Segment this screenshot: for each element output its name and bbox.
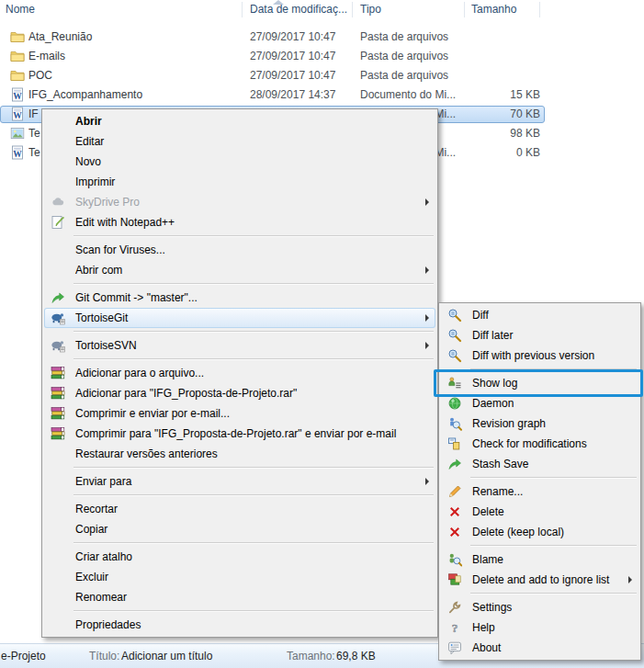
column-separator[interactable] xyxy=(352,2,353,17)
menu-item-diff-with-previous-version[interactable]: Diff with previous version xyxy=(441,345,638,366)
menu-item-abrir[interactable]: Abrir xyxy=(44,111,435,131)
submenu-arrow-icon xyxy=(425,198,429,206)
menu-item-renomear[interactable]: Renomear xyxy=(44,587,435,607)
menu-item-copiar[interactable]: Copiar xyxy=(44,519,435,539)
blame-icon xyxy=(445,552,465,567)
folder-icon xyxy=(10,49,25,63)
file-list-header: Nome Data de modificaç... Tipo Tamanho xyxy=(0,0,644,19)
menu-item-stash-save[interactable]: Stash Save xyxy=(441,454,638,474)
column-header-tamanho[interactable]: Tamanho xyxy=(471,0,537,19)
column-separator[interactable] xyxy=(242,2,243,17)
no-icon xyxy=(48,570,68,584)
file-type: Pasta de arquivos xyxy=(360,28,463,47)
file-row-e-mails[interactable]: E-mails27/09/2017 10:47Pasta de arquivos xyxy=(0,47,644,66)
winrar-icon xyxy=(48,366,68,380)
file-size xyxy=(459,47,540,66)
column-header-data[interactable]: Data de modificaç... xyxy=(250,0,346,19)
menu-item-show-log[interactable]: Show log xyxy=(441,373,638,393)
file-date: 27/09/2017 10:47 xyxy=(250,28,349,47)
menu-item-abrir-com[interactable]: Abrir com xyxy=(44,260,435,280)
menu-item-label: Editar xyxy=(75,135,423,148)
menu-item-label: Restaurar versões anteriores xyxy=(75,447,423,460)
file-name: Ata_Reunião xyxy=(28,28,240,47)
menu-item-git-commit-master[interactable]: Git Commit -> "master"... xyxy=(44,288,435,308)
no-icon xyxy=(48,134,68,149)
menu-item-label: Recortar xyxy=(75,503,423,515)
menu-item-label: Delete and add to ignore list xyxy=(472,573,626,586)
menu-item-skydrive-pro[interactable]: SkyDrive Pro xyxy=(44,192,435,212)
file-size: 98 KB xyxy=(459,124,540,143)
menu-item-comprimir-para-ifg-proposta-de-projeto-r[interactable]: Comprimir para "IFG_Proposta-de-Projeto.… xyxy=(44,424,435,444)
menu-item-scan-for-viruses[interactable]: Scan for Viruses... xyxy=(44,240,435,260)
file-size xyxy=(459,28,540,47)
menu-item-tortoisesvn[interactable]: TortoiseSVN xyxy=(44,335,435,356)
file-size: 15 KB xyxy=(459,85,540,105)
menu-separator xyxy=(470,545,637,546)
menu-item-adicionar-para-o-arquivo[interactable]: Adicionar para o arquivo... xyxy=(44,363,435,383)
menu-item-label: Rename... xyxy=(472,485,626,498)
context-menu: AbrirEditarNovoImprimirSkyDrive ProEdit … xyxy=(41,108,438,638)
menu-separator xyxy=(73,283,434,284)
menu-item-comprimir-e-enviar-por-e-mail[interactable]: Comprimir e enviar por e-mail... xyxy=(44,403,435,424)
svg-text:W: W xyxy=(13,150,22,159)
word-doc-icon: W xyxy=(10,145,25,160)
no-icon xyxy=(48,175,68,189)
file-row-ata-reuni-o[interactable]: Ata_Reunião27/09/2017 10:47Pasta de arqu… xyxy=(0,28,644,47)
menu-item-edit-with-notepad[interactable]: Edit with Notepad++ xyxy=(44,212,435,232)
menu-item-label: Propriedades xyxy=(75,618,423,631)
help-icon: ? xyxy=(445,620,465,635)
menu-item-imprimir[interactable]: Imprimir xyxy=(44,172,435,192)
menu-item-label: Copiar xyxy=(75,523,423,536)
column-separator[interactable] xyxy=(464,2,465,17)
menu-item-diff-later[interactable]: Diff later xyxy=(441,325,638,345)
menu-item-restaurar-vers-es-anteriores[interactable]: Restaurar versões anteriores xyxy=(44,444,435,464)
menu-item-rename[interactable]: Rename... xyxy=(441,481,638,502)
menu-item-enviar-para[interactable]: Enviar para xyxy=(44,471,435,492)
menu-item-delete-keep-local[interactable]: Delete (keep local) xyxy=(441,522,638,542)
menu-item-label: TortoiseGit xyxy=(75,311,423,324)
menu-item-daemon[interactable]: Daemon xyxy=(441,393,638,413)
menu-item-help[interactable]: ?Help xyxy=(441,617,638,638)
menu-item-label: Renomear xyxy=(75,591,423,604)
menu-item-tortoisegit[interactable]: TortoiseGit xyxy=(44,308,435,328)
menu-item-excluir[interactable]: Excluir xyxy=(44,567,435,587)
menu-item-revision-graph[interactable]: Revision graph xyxy=(441,413,638,434)
menu-item-propriedades[interactable]: Propriedades xyxy=(44,615,435,635)
svg-text:W: W xyxy=(13,92,22,101)
menu-item-adicionar-para-ifg-proposta-de-projeto-r[interactable]: Adicionar para "IFG_Proposta-de-Projeto.… xyxy=(44,383,435,403)
menu-item-label: Blame xyxy=(472,553,626,566)
menu-item-diff[interactable]: Diff xyxy=(441,305,638,325)
menu-item-check-for-modifications[interactable]: Check for modifications xyxy=(441,434,638,454)
file-row-ifg-acompanhamento[interactable]: WIFG_Acompanhamento28/09/2017 14:37Docum… xyxy=(0,85,644,105)
file-date: 28/09/2017 14:37 xyxy=(250,85,349,105)
file-row-poc[interactable]: POC27/09/2017 10:47Pasta de arquivos xyxy=(0,66,644,85)
sort-indicator-icon[interactable] xyxy=(273,0,284,5)
menu-item-blame[interactable]: Blame xyxy=(441,549,638,570)
menu-item-delete[interactable]: Delete xyxy=(441,502,638,522)
menu-item-recortar[interactable]: Recortar xyxy=(44,499,435,519)
status-file-name: e-Projeto xyxy=(1,644,46,668)
column-header-nome[interactable]: Nome xyxy=(6,0,235,19)
menu-item-settings[interactable]: Settings xyxy=(441,597,638,617)
column-header-tipo[interactable]: Tipo xyxy=(360,0,459,19)
column-separator[interactable] xyxy=(539,2,540,17)
file-name: IFG_Acompanhamento xyxy=(28,85,240,105)
menu-item-label: TortoiseSVN xyxy=(75,339,423,352)
status-title-value[interactable]: Adicionar um título xyxy=(121,644,212,668)
menu-item-label: Edit with Notepad++ xyxy=(75,216,423,229)
menu-item-label: Excluir xyxy=(75,571,423,583)
status-size-value: 69,8 KB xyxy=(336,644,376,668)
menu-separator xyxy=(73,542,434,543)
menu-item-criar-atalho[interactable]: Criar atalho xyxy=(44,547,435,567)
menu-item-about[interactable]: About xyxy=(441,638,638,658)
word-doc-icon: W xyxy=(10,87,25,102)
menu-item-label: About xyxy=(472,641,626,654)
menu-item-novo[interactable]: Novo xyxy=(44,152,435,172)
menu-item-label: Diff xyxy=(472,309,626,322)
menu-item-editar[interactable]: Editar xyxy=(44,131,435,152)
winrar-icon xyxy=(48,406,68,421)
menu-item-label: Delete (keep local) xyxy=(472,526,626,538)
menu-item-delete-and-add-to-ignore-list[interactable]: Delete and add to ignore list xyxy=(441,570,638,590)
file-size: 70 KB xyxy=(459,105,540,124)
submenu-arrow-icon xyxy=(425,478,429,485)
